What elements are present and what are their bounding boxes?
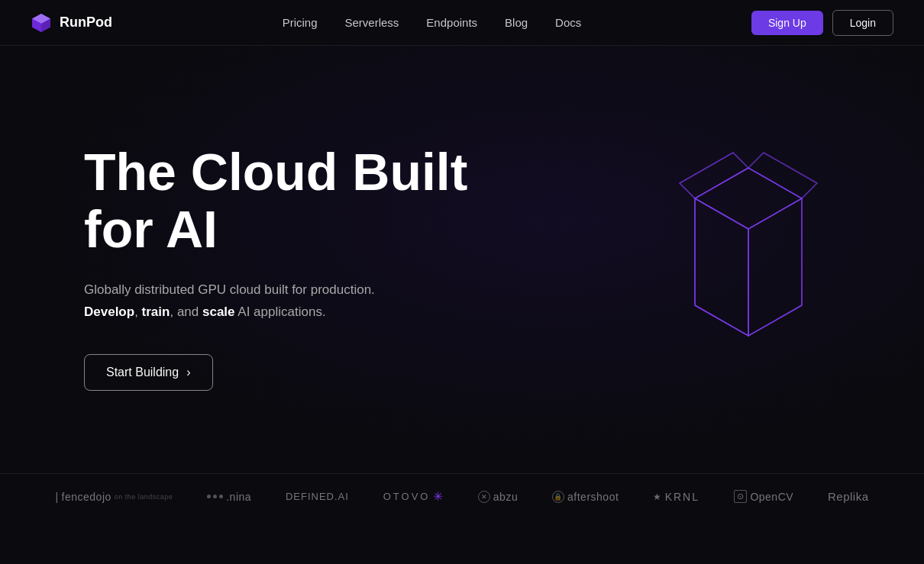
hero-comma1: ,: [134, 305, 141, 319]
nav-actions: Sign Up Login: [751, 10, 893, 36]
runpod-logo-icon: [31, 12, 52, 34]
hero-tail: AI applications.: [235, 305, 326, 319]
nav-link-pricing[interactable]: Pricing: [283, 16, 318, 29]
logos-strip: | fencedojo on the landscape .nina DEFIN…: [0, 473, 924, 519]
nav-link-endpoints[interactable]: Endpoints: [426, 16, 477, 29]
logo-opencv: ⊙ OpenCV: [734, 490, 793, 503]
logo[interactable]: RunPod: [31, 12, 112, 34]
hero-bold-develop: Develop: [84, 305, 134, 319]
hero-section: The Cloud Built for AI Globally distribu…: [0, 46, 924, 473]
logo-otovo: OTOVO ✳: [383, 489, 444, 504]
cube-svg: [634, 145, 863, 374]
nav-link-serverless[interactable]: Serverless: [344, 16, 399, 29]
login-button[interactable]: Login: [832, 10, 893, 36]
hero-bold-train: train: [142, 305, 170, 319]
nav-link-docs[interactable]: Docs: [555, 16, 581, 29]
logo-defined-ai: DEFINED.AI: [286, 491, 349, 502]
logo-abzu: ✕ abzu: [478, 491, 518, 503]
hero-and: , and: [170, 305, 202, 319]
hero-content: The Cloud Built for AI Globally distribu…: [84, 143, 512, 390]
logo-aftershoot: 🔒 aftershoot: [552, 491, 619, 503]
start-building-button[interactable]: Start Building ›: [84, 354, 213, 391]
hero-bold-scale: scale: [202, 305, 235, 319]
logo-krnl: ★ KRNL: [653, 491, 699, 503]
hero-subtitle: Globally distributed GPU cloud built for…: [84, 279, 512, 324]
navbar: RunPod Pricing Serverless Endpoints Blog…: [0, 0, 924, 46]
nav-link-blog[interactable]: Blog: [505, 16, 528, 29]
hero-3d-box: [634, 145, 863, 374]
chevron-right-icon: ›: [186, 366, 190, 379]
signup-button[interactable]: Sign Up: [751, 11, 823, 35]
start-building-label: Start Building: [106, 366, 179, 379]
nav-links: Pricing Serverless Endpoints Blog Docs: [283, 16, 582, 29]
logo-fencedojo: | fencedojo on the landscape: [55, 491, 173, 503]
hero-subtitle-line1: Globally distributed GPU cloud built for…: [84, 282, 375, 297]
logo-nina: .nina: [207, 491, 251, 503]
hero-title: The Cloud Built for AI: [84, 143, 512, 258]
logo-replika: Replika: [828, 490, 869, 503]
brand-name: RunPod: [60, 15, 112, 31]
